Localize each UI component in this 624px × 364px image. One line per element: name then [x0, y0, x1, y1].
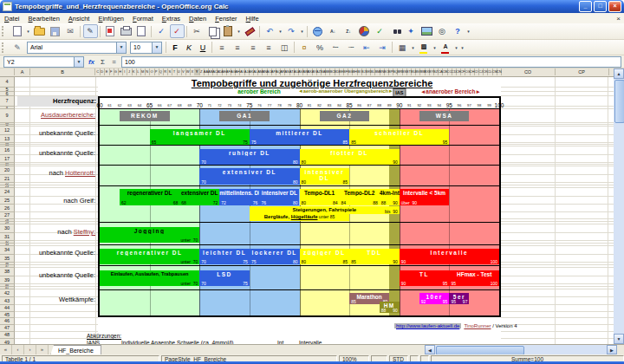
- chart-bar[interactable]: extensiver DL6872: [179, 189, 219, 205]
- chart-bar[interactable]: regenerativer DLunter 70: [100, 249, 199, 264]
- function-wizard-icon[interactable]: fx: [86, 58, 97, 66]
- chart-bar[interactable]: TL9095: [400, 270, 450, 286]
- chart-bar[interactable]: HFmax - Test95100: [449, 270, 499, 286]
- function-icon[interactable]: =: [108, 58, 120, 66]
- vertical-scroll-thumb[interactable]: [614, 80, 624, 123]
- navigator-icon[interactable]: ✦: [404, 24, 419, 38]
- borders-icon[interactable]: ▦: [395, 41, 410, 55]
- scroll-right-icon[interactable]: ▶: [607, 345, 617, 354]
- row-header-27[interactable]: 27: [0, 212, 15, 219]
- chart-bar[interactable]: Steigerungen, Fahrtspielebis 90: [250, 206, 400, 214]
- bold-button[interactable]: F: [169, 41, 182, 55]
- chart-bar[interactable]: REKOM: [120, 111, 170, 121]
- decrease-indent-icon[interactable]: ⇤: [360, 41, 374, 55]
- heart-rate-label[interactable]: Herzfrequenz:: [17, 96, 98, 107]
- spellcheck-icon[interactable]: ✓: [154, 24, 169, 38]
- name-box[interactable]: Y2 ▼: [3, 56, 84, 68]
- title-bar[interactable]: Tempobegriffe_und_Herzfrequenzbereiche -…: [0, 0, 624, 13]
- percent-format-icon[interactable]: %: [313, 41, 328, 55]
- menu-item-daten[interactable]: Daten: [185, 15, 211, 23]
- del-decimal-icon[interactable]: ⁻⁰⁰: [344, 41, 359, 55]
- chart-bar[interactable]: mittlerer DL7585: [250, 129, 349, 145]
- maximize-button[interactable]: □: [594, 1, 607, 12]
- spreadsheet-grid[interactable]: 4567891011121314151617181920212223242526…: [0, 77, 614, 344]
- chart-bar[interactable]: lockerer DL7580: [250, 249, 300, 264]
- sort-descending-icon[interactable]: Z↓: [341, 24, 356, 38]
- chart-bar[interactable]: GA1: [219, 111, 270, 121]
- sum-icon[interactable]: Σ: [97, 58, 108, 66]
- font-size-select[interactable]: 10 ▼: [130, 42, 162, 54]
- column-header-A[interactable]: A: [15, 68, 30, 75]
- background-color-icon[interactable]: ▨: [417, 41, 432, 55]
- help-icon[interactable]: ?: [451, 24, 465, 38]
- toolbar2-overflow-icon[interactable]: ▾: [459, 45, 465, 50]
- paste-icon[interactable]: [221, 24, 236, 38]
- scroll-up-icon[interactable]: ▲: [614, 68, 624, 79]
- row-header-4[interactable]: 4: [0, 77, 15, 88]
- toolbar-grip[interactable]: [2, 42, 8, 53]
- page-preview-icon[interactable]: [134, 24, 149, 38]
- datapilot-icon[interactable]: ✓: [373, 24, 387, 38]
- row-header-44[interactable]: 44: [0, 305, 15, 312]
- find-replace-icon[interactable]: [388, 24, 403, 38]
- track-label-2[interactable]: unbekannte Quelle:: [0, 149, 95, 158]
- track-label-7[interactable]: unbekannte Quelle:: [0, 271, 95, 280]
- track-label-6[interactable]: unbekannte Quelle:: [0, 249, 95, 257]
- vertical-scrollbar[interactable]: ▲ ▼: [614, 68, 624, 344]
- column-header-CP[interactable]: CP: [555, 68, 609, 75]
- font-color-dropdown-icon[interactable]: ▾: [453, 45, 459, 50]
- minimize-button[interactable]: _: [579, 1, 592, 12]
- new-dropdown-icon[interactable]: ▾: [25, 29, 31, 34]
- align-justify-icon[interactable]: ≡: [262, 41, 276, 55]
- track-label-5[interactable]: nach Steffny:: [0, 228, 95, 237]
- currency-format-icon[interactable]: ¤: [297, 41, 312, 55]
- gallery-icon[interactable]: [419, 24, 434, 38]
- row-header-48[interactable]: 48: [0, 332, 15, 339]
- chart-bar[interactable]: TDL8590: [349, 249, 400, 264]
- chart-bar[interactable]: leichter DL7075: [199, 249, 250, 264]
- italic-button[interactable]: K: [183, 41, 196, 55]
- zoom-icon[interactable]: ◎: [435, 24, 450, 38]
- chart-bar[interactable]: ruhiger DL7080: [199, 149, 299, 165]
- merge-cells-icon[interactable]: ◫: [277, 41, 292, 55]
- chart-bar[interactable]: HM8890: [380, 302, 400, 313]
- menu-item-fenster[interactable]: Fenster: [211, 15, 241, 23]
- chart-bar[interactable]: mittelintens. DL7276: [219, 189, 259, 205]
- copy-icon[interactable]: [205, 24, 220, 38]
- background-color-dropdown-icon[interactable]: ▾: [432, 45, 438, 50]
- new-document-icon[interactable]: [10, 24, 25, 38]
- chart-bar[interactable]: Bergläufe, Hügelläufe unter 85: [250, 214, 349, 221]
- website-link[interactable]: http://www.laufen-aktuell.de: [396, 323, 459, 328]
- chart-bar[interactable]: langsamer DL6575: [150, 129, 250, 145]
- author-link[interactable]: TinoRunner: [464, 323, 491, 328]
- row-header-46[interactable]: 46: [0, 318, 15, 325]
- autospellcheck-icon[interactable]: ✓: [170, 24, 185, 38]
- edit-file-icon[interactable]: ✎: [83, 24, 98, 38]
- design-mode-icon[interactable]: ✎: [10, 41, 25, 55]
- chart-bar[interactable]: Joggingunter 70: [100, 227, 199, 243]
- undo-icon[interactable]: ↶: [263, 24, 277, 38]
- toolbar-overflow-icon[interactable]: ▾: [465, 29, 471, 34]
- toolbar-grip[interactable]: [2, 26, 8, 36]
- chart-bar[interactable]: flotter DL8090: [300, 149, 400, 165]
- font-color-icon[interactable]: A: [439, 41, 453, 55]
- chart-bar[interactable]: intensiver DL7680: [259, 189, 299, 205]
- align-center-icon[interactable]: ≡: [231, 41, 245, 55]
- column-header-[interactable]: [0, 68, 15, 75]
- menu-item-bearbeiten[interactable]: Bearbeiten: [24, 15, 64, 23]
- track-label-0[interactable]: Ausdauerbereiche:: [0, 111, 95, 120]
- chart-bar[interactable]: GA2: [320, 111, 370, 121]
- row-header-26[interactable]: 26: [0, 205, 15, 212]
- redo-dropdown-icon[interactable]: ▾: [299, 29, 305, 34]
- add-decimal-icon[interactable]: ⁺⁰⁰: [328, 41, 343, 55]
- save-icon[interactable]: [48, 24, 62, 38]
- chart-bar[interactable]: Intervalle90100: [400, 249, 499, 264]
- align-left-icon[interactable]: ≡: [215, 41, 230, 55]
- row-header-45[interactable]: 45: [0, 312, 15, 318]
- row-header-7[interactable]: 7: [0, 96, 15, 107]
- chart-icon[interactable]: [357, 24, 372, 38]
- chart-bar[interactable]: 4km-Int8890: [380, 189, 400, 205]
- chart-bar[interactable]: intensiver DL8085: [300, 168, 350, 185]
- row-header-47[interactable]: 47: [0, 325, 15, 332]
- chart-bar[interactable]: LSD7075: [199, 270, 250, 286]
